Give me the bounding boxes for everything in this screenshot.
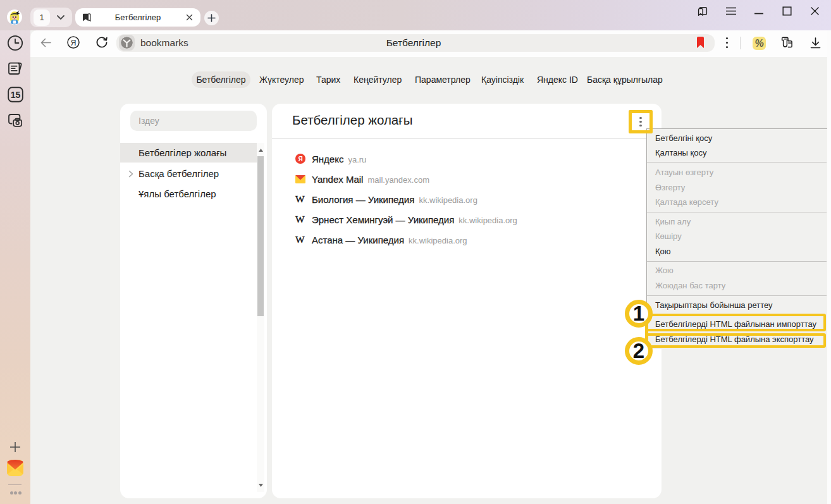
svg-text:Я: Я xyxy=(299,156,303,163)
svg-text:Я: Я xyxy=(71,39,77,47)
svg-text:15: 15 xyxy=(11,90,21,100)
